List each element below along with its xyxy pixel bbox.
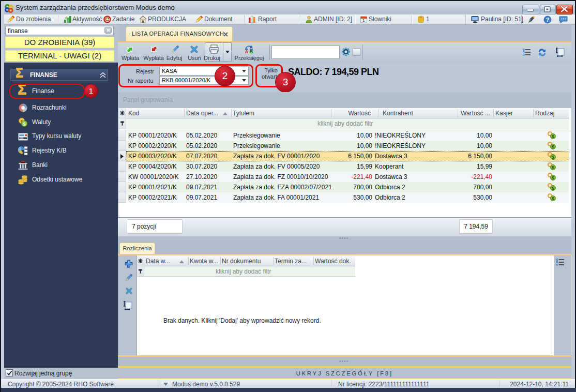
- svg-text:A: A: [245, 49, 249, 54]
- svg-text:1: 1: [362, 18, 365, 23]
- svg-text:$: $: [23, 122, 25, 127]
- svg-text:B: B: [250, 49, 253, 54]
- svg-text:?: ?: [546, 17, 550, 23]
